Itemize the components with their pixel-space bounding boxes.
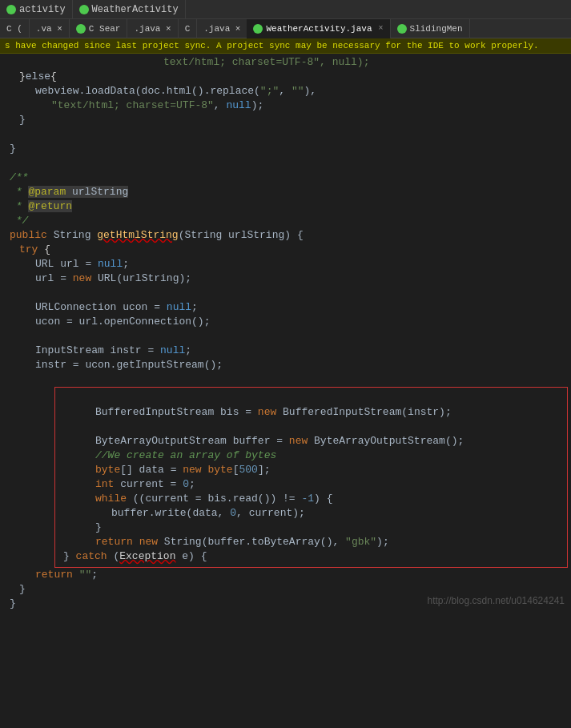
code-line: } xyxy=(0,113,571,127)
code-line: } xyxy=(60,521,562,535)
sliding-tab-icon xyxy=(397,24,407,34)
code-line xyxy=(0,286,571,300)
tab-c1-label: C ( xyxy=(6,24,22,34)
second-tab-bar: C ( .va × C Sear .java × C .java × Weath… xyxy=(0,19,571,38)
code-line xyxy=(60,391,562,405)
tab-weather-java-label: WeatherActivity.java xyxy=(266,24,372,34)
code-line: //We create an array of bytes xyxy=(60,448,562,463)
code-line: url = new URL(urlString); xyxy=(0,271,571,286)
tab-weather-java[interactable]: WeatherActivity.java × xyxy=(247,19,390,38)
code-line: } catch (Exception e) { xyxy=(60,549,562,564)
code-line: ByteArrayOutputStream buffer = new ByteA… xyxy=(60,434,562,448)
code-line: * @return xyxy=(0,199,571,214)
tab-weather-activity[interactable]: WeatherActivity xyxy=(73,0,186,19)
code-line: URLConnection ucon = null; xyxy=(0,300,571,315)
code-line: URL url = null; xyxy=(0,257,571,271)
tab-weather-label: WeatherActivity xyxy=(92,4,179,15)
code-line: webview.loadData(doc.html().replace(";",… xyxy=(0,84,571,99)
warning-text: s have changed since last project sync. … xyxy=(5,41,539,50)
code-line xyxy=(0,372,571,387)
code-line: while ((current = bis.read()) != -1) { xyxy=(60,492,562,506)
tab-search-label: C Sear xyxy=(89,24,121,34)
code-line: ucon = url.openConnection(); xyxy=(0,315,571,329)
weather-java-tab-icon xyxy=(253,24,263,34)
code-line: * @param urlString xyxy=(0,185,571,199)
code-line: InputStream instr = null; xyxy=(0,344,571,358)
tab-search[interactable]: C Sear xyxy=(70,19,128,38)
tab-activity[interactable]: activity xyxy=(0,0,73,19)
code-line: public String getHtmlString(String urlSt… xyxy=(0,228,571,243)
code-line: text/html; charset=UTF-8", null); xyxy=(0,55,571,70)
code-line: byte[] data = new byte[500]; xyxy=(60,463,562,477)
tab-c2-label: C xyxy=(185,24,191,34)
code-line: try { xyxy=(0,243,571,257)
tab-weather-java-close[interactable]: × xyxy=(379,24,384,33)
search-tab-icon xyxy=(76,24,86,34)
code-line xyxy=(0,329,571,344)
red-block: BufferedInputStream bis = new BufferedIn… xyxy=(54,387,568,568)
code-line: }else{ xyxy=(0,70,571,84)
code-line: /** xyxy=(0,171,571,185)
code-line xyxy=(0,156,571,171)
code-line: buffer.write(data, 0, current); xyxy=(60,506,562,521)
code-line: } xyxy=(0,142,571,156)
tab-c2[interactable]: C xyxy=(179,19,198,38)
code-line: int current = 0; xyxy=(60,477,562,492)
code-line: return ""; xyxy=(0,568,571,582)
code-line: return new String(buffer.toByteArray(), … xyxy=(60,535,562,549)
code-line xyxy=(60,420,562,434)
tab-java2-label: .java × xyxy=(134,24,171,34)
tab-sliding[interactable]: SlidingMen xyxy=(391,19,470,38)
code-line: */ xyxy=(0,214,571,228)
code-line: instr = ucon.getInputStream(); xyxy=(0,358,571,372)
code-editor: text/html; charset=UTF-8", null); }else{… xyxy=(0,54,571,613)
code-area: text/html; charset=UTF-8", null); }else{… xyxy=(0,54,571,728)
code-line xyxy=(0,127,571,142)
tab-sliding-label: SlidingMen xyxy=(410,24,463,34)
code-line: BufferedInputStream bis = new BufferedIn… xyxy=(60,405,562,420)
tab-java3-label: .java × xyxy=(203,24,240,34)
tab-java1-label: .va × xyxy=(36,24,62,34)
tab-c1[interactable]: C ( xyxy=(0,19,30,38)
tab-activity-label: activity xyxy=(19,4,66,15)
tab-java2[interactable]: .java × xyxy=(127,19,178,38)
top-tab-bar: activity WeatherActivity xyxy=(0,0,571,19)
watermark: http://blog.csdn.net/u014624241 xyxy=(428,595,565,606)
weather-tab-icon xyxy=(79,5,89,14)
activity-tab-icon xyxy=(6,5,16,14)
warning-bar: s have changed since last project sync. … xyxy=(0,38,571,54)
tab-java1[interactable]: .va × xyxy=(30,19,70,38)
code-line: "text/html; charset=UTF-8", null); xyxy=(0,99,571,113)
tab-java3[interactable]: .java × xyxy=(197,19,247,38)
